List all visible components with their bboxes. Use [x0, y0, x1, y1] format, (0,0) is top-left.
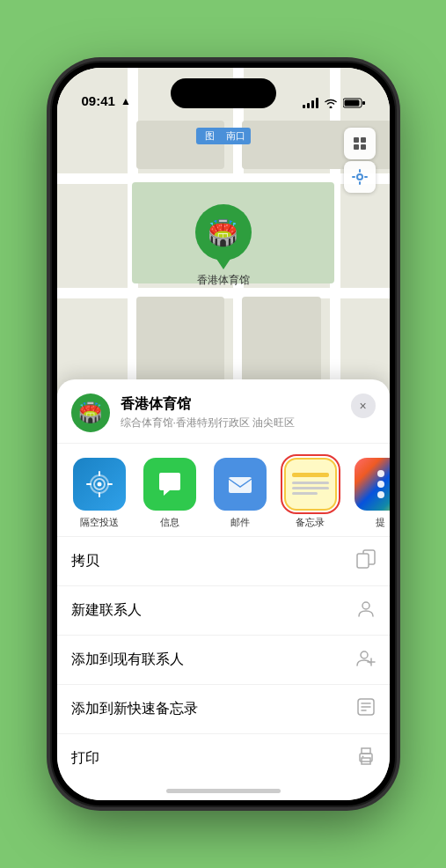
more-icon	[355, 458, 390, 511]
share-item-more[interactable]: 提	[346, 458, 390, 529]
svg-rect-11	[229, 477, 252, 493]
signal-icon	[303, 98, 318, 108]
home-indicator	[166, 789, 281, 793]
wifi-icon	[324, 98, 338, 108]
share-row: 隔空投送 信息	[57, 444, 390, 536]
note-icon	[356, 697, 376, 721]
svg-rect-3	[354, 137, 359, 143]
svg-point-14	[362, 602, 369, 609]
action-add-notes[interactable]: 添加到新快速备忘录	[57, 684, 390, 733]
pin-label: 香港体育馆	[197, 273, 250, 288]
svg-rect-18	[362, 748, 370, 754]
status-time: 09:41 ▲	[82, 93, 131, 108]
notes-icon	[284, 458, 337, 511]
action-new-contact[interactable]: 新建联系人	[57, 585, 390, 635]
action-add-existing[interactable]: 添加到现有联系人	[57, 635, 390, 684]
phone-screen: 09:41 ▲	[57, 68, 390, 800]
share-item-mail[interactable]: 邮件	[205, 458, 275, 529]
share-item-notes[interactable]: 备忘录	[275, 458, 346, 529]
print-icon	[356, 747, 376, 770]
battery-icon	[343, 98, 365, 108]
status-icons	[303, 98, 365, 108]
bottom-sheet: 🏟️ 香港体育馆 综合体育馆·香港特别行政区 油尖旺区 ×	[57, 379, 390, 800]
venue-icon: 🏟️	[71, 394, 110, 432]
svg-rect-13	[357, 554, 369, 568]
dynamic-island	[171, 78, 276, 108]
person-add-icon	[356, 648, 376, 672]
venue-header: 🏟️ 香港体育馆 综合体育馆·香港特别行政区 油尖旺区 ×	[57, 379, 390, 444]
svg-rect-6	[361, 144, 366, 150]
share-item-message[interactable]: 信息	[135, 458, 205, 529]
svg-point-7	[357, 174, 362, 180]
map-layers-button[interactable]	[344, 128, 376, 159]
svg-point-15	[361, 651, 368, 658]
action-copy[interactable]: 拷贝	[57, 536, 390, 585]
phone-frame: 09:41 ▲	[52, 63, 395, 805]
close-button[interactable]: ×	[351, 394, 376, 418]
share-item-airdrop[interactable]: 隔空投送	[64, 458, 135, 529]
message-icon	[143, 458, 196, 511]
action-list: 拷贝 新建联系人	[57, 536, 390, 800]
copy-icon	[356, 549, 376, 573]
location-button[interactable]	[344, 161, 376, 193]
svg-point-10	[97, 482, 101, 487]
map-controls	[344, 128, 376, 193]
venue-name: 香港体育馆	[121, 395, 376, 414]
location-arrow-icon: ▲	[121, 95, 131, 107]
location-pin: 🏟️ 香港体育馆	[195, 204, 252, 288]
svg-rect-1	[362, 101, 365, 105]
person-icon	[356, 599, 376, 622]
time-display: 09:41	[82, 93, 115, 108]
svg-rect-4	[361, 137, 366, 143]
airdrop-icon	[73, 458, 126, 511]
map-label: 图 南口	[195, 128, 250, 144]
action-print[interactable]: 打印	[57, 733, 390, 783]
venue-subtitle: 综合体育馆·香港特别行政区 油尖旺区	[121, 416, 376, 430]
mail-icon	[214, 458, 267, 511]
svg-rect-5	[354, 144, 359, 150]
svg-rect-2	[344, 100, 359, 107]
svg-point-20	[362, 756, 363, 758]
